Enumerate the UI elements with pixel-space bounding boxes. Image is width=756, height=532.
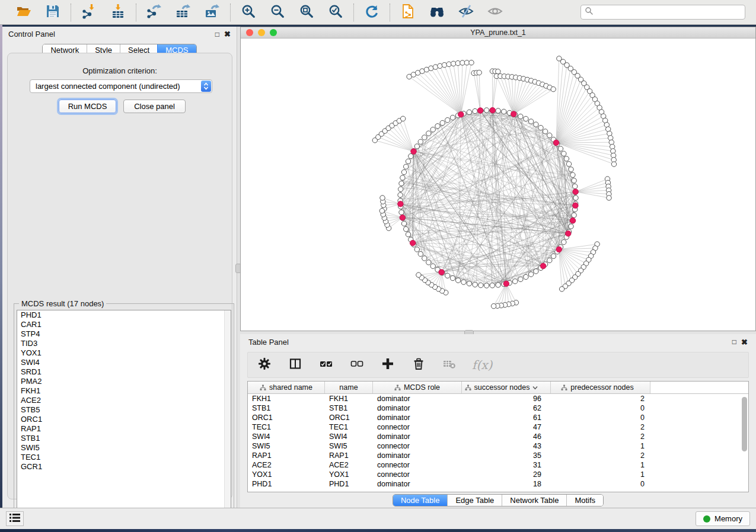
column-header-shared-name[interactable]: shared name [248, 382, 325, 393]
table-row[interactable]: YOX1YOX1connector291 [248, 470, 748, 479]
table-cell: dominator [373, 395, 462, 403]
import-table-button[interactable] [110, 4, 126, 21]
memory-button[interactable]: Memory [696, 511, 750, 526]
table-row[interactable]: ORC1ORC1dominator610 [248, 413, 748, 422]
close-panel-icon[interactable]: ✖ [741, 338, 748, 346]
table-row[interactable]: RAP1RAP1dominator352 [248, 451, 748, 460]
column-layout-button[interactable] [287, 357, 304, 373]
mcds-result-item[interactable]: STB1 [17, 434, 231, 443]
mcds-result-item[interactable]: SWI5 [17, 443, 231, 453]
table-row[interactable]: STB1STB1dominator620 [248, 403, 748, 413]
zoom-in-button[interactable] [240, 4, 257, 21]
main-toolbar [0, 0, 756, 25]
search-binoculars-button[interactable] [429, 4, 445, 21]
optimization-criterion-label: Optimization criterion: [8, 66, 232, 75]
control-panel-titlebar: Control Panel □ ✖ [2, 27, 237, 41]
column-header-MCDS-role[interactable]: MCDS role [373, 382, 462, 393]
table-row[interactable]: ACE2ACE2connector311 [248, 460, 748, 470]
zoom-fit-button[interactable] [298, 4, 315, 21]
table-scrollbar[interactable] [741, 396, 748, 491]
table-cell: ORC1 [325, 414, 373, 422]
tab-motifs[interactable]: Motifs [566, 495, 603, 506]
mcds-result-item[interactable]: SWI4 [17, 358, 231, 367]
column-header-successor-nodes[interactable]: successor nodes [462, 382, 551, 393]
float-window-icon[interactable]: □ [732, 338, 736, 346]
table-cell: 18 [462, 480, 551, 488]
criterion-dropdown[interactable]: largest connected component (undirected) [30, 79, 212, 93]
mcds-result-list[interactable]: PHD1CAR1STP4TID3YOX1SWI4SRD1PMA2FKH1ACE2… [17, 310, 231, 520]
mcds-result-item[interactable]: STB5 [17, 405, 231, 415]
save-session-button[interactable] [44, 4, 61, 21]
table-cell: TEC1 [248, 423, 325, 431]
application-window: Control Panel □ ✖ Network Style Select M… [0, 0, 756, 532]
tab-edge-table[interactable]: Edge Table [447, 495, 502, 506]
tab-network-table[interactable]: Network Table [502, 495, 566, 506]
mcds-result-item[interactable]: ORC1 [17, 415, 231, 424]
close-panel-icon[interactable]: ✖ [224, 30, 231, 38]
add-column-button[interactable] [379, 357, 396, 373]
network-canvas[interactable] [241, 39, 755, 331]
table-row[interactable]: TEC1TEC1connector472 [248, 422, 748, 432]
export-network-button[interactable] [146, 4, 162, 21]
export-image-button[interactable] [204, 4, 221, 21]
run-mcds-button[interactable]: Run MCDS [59, 100, 116, 113]
table-cell: connector [373, 423, 462, 431]
deselect-all-button[interactable] [349, 357, 365, 373]
table-row[interactable]: SWI5SWI5connector431 [248, 441, 748, 451]
close-panel-button[interactable]: Close panel [123, 100, 186, 113]
column-header-predecessor-nodes[interactable]: predecessor nodes [551, 382, 650, 393]
dropdown-stepper-icon [201, 81, 211, 92]
show-panels-button[interactable] [487, 4, 503, 21]
mcds-result-item[interactable]: YOX1 [17, 348, 231, 358]
memory-status-dot [703, 515, 710, 523]
float-window-icon[interactable]: □ [215, 31, 219, 38]
search-input[interactable] [596, 7, 745, 18]
import-network-button[interactable] [81, 4, 97, 21]
mcds-result-item[interactable]: SRD1 [17, 367, 231, 377]
network-search-field[interactable] [580, 5, 745, 20]
network-from-selection-button[interactable] [400, 4, 416, 21]
table-settings-button[interactable] [256, 357, 273, 373]
hide-panels-button[interactable] [458, 4, 474, 21]
table-cell: 47 [462, 423, 551, 431]
table-row[interactable]: FKH1FKH1dominator962 [248, 394, 748, 403]
column-header-label: name [339, 383, 358, 392]
table-row[interactable]: SWI4SWI4dominator462 [248, 432, 748, 441]
network-view-window: YPA_prune.txt_1 [240, 27, 756, 331]
column-header-name[interactable]: name [325, 382, 373, 393]
mcds-result-item[interactable]: PMA2 [17, 377, 231, 386]
table-cell: ORC1 [248, 414, 325, 422]
file-group [6, 4, 71, 21]
tab-node-table[interactable]: Node Table [393, 495, 448, 506]
mcds-result-item[interactable]: FKH1 [17, 386, 231, 396]
clear-table-button[interactable] [441, 357, 458, 373]
table-scrollbar-thumb[interactable] [742, 397, 747, 451]
mcds-result-item[interactable]: RAP1 [17, 424, 231, 434]
open-folder-icon [16, 4, 31, 21]
table-cell: 0 [551, 414, 650, 422]
table-row[interactable]: PHD1PHD1dominator180 [248, 479, 748, 489]
mcds-result-item[interactable]: PHD1 [17, 310, 231, 320]
table-cell: dominator [373, 414, 462, 422]
zoom-in-icon [241, 4, 256, 21]
table-cell: 2 [551, 423, 650, 431]
table-cell: SWI5 [248, 442, 325, 450]
zoom-selected-button[interactable] [327, 4, 344, 21]
function-builder-button[interactable]: f(x) [472, 358, 492, 372]
mcds-result-item[interactable]: GCR1 [17, 462, 231, 472]
refresh-button[interactable] [363, 4, 380, 21]
export-table-button[interactable] [175, 4, 192, 21]
table-cell: 2 [551, 432, 650, 441]
mcds-result-item[interactable]: TEC1 [17, 453, 231, 462]
mcds-result-item[interactable]: CAR1 [17, 320, 231, 329]
mcds-result-item[interactable]: TID3 [17, 339, 231, 348]
delete-column-button[interactable] [410, 357, 427, 373]
mcds-result-item[interactable]: ACE2 [17, 396, 231, 405]
mcds-list-scrollbar[interactable] [224, 310, 231, 520]
mcds-result-item[interactable]: STP4 [17, 329, 231, 339]
task-history-button[interactable] [6, 511, 24, 526]
open-file-button[interactable] [15, 4, 32, 21]
zoom-out-button[interactable] [269, 4, 286, 21]
select-all-button[interactable] [318, 357, 334, 373]
column-tree-icon [394, 384, 401, 391]
